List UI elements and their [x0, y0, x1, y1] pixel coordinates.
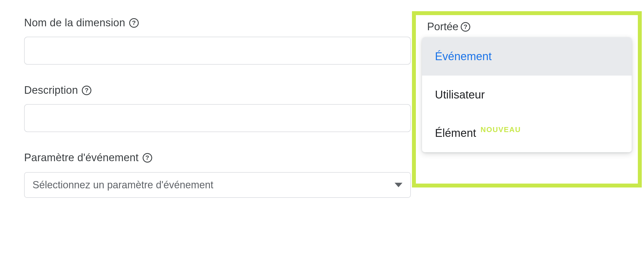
event-parameter-label: Paramètre d'événement [24, 152, 139, 164]
description-field: Description ? [24, 84, 411, 132]
scope-highlight-box: Portée ? Événement Utilisateur Élément N… [412, 11, 642, 187]
dimension-name-field: Nom de la dimension ? [24, 17, 411, 65]
dimension-name-label: Nom de la dimension [24, 17, 125, 29]
scope-dropdown: Événement Utilisateur Élément NOUVEAU [422, 37, 632, 152]
event-parameter-label-row: Paramètre d'événement ? [24, 152, 411, 164]
help-icon[interactable]: ? [461, 22, 470, 32]
help-icon[interactable]: ? [129, 18, 139, 28]
form-column: Nom de la dimension ? Description ? Para… [24, 17, 411, 198]
scope-option-label: Événement [435, 50, 492, 63]
event-parameter-select[interactable]: Sélectionnez un paramètre d'événement [24, 172, 411, 198]
scope-option-event[interactable]: Événement [422, 37, 632, 76]
help-icon[interactable]: ? [82, 86, 91, 95]
chevron-down-icon [395, 183, 402, 187]
scope-label: Portée [427, 21, 458, 33]
description-input[interactable] [24, 104, 411, 132]
description-label-row: Description ? [24, 84, 411, 96]
dimension-name-label-row: Nom de la dimension ? [24, 17, 411, 29]
help-icon[interactable]: ? [143, 153, 152, 163]
scope-option-label: Utilisateur [435, 88, 485, 101]
new-badge: NOUVEAU [481, 125, 521, 134]
scope-option-element[interactable]: Élément NOUVEAU [422, 114, 632, 152]
scope-option-label: Élément [435, 127, 476, 139]
description-label: Description [24, 84, 78, 96]
scope-option-user[interactable]: Utilisateur [422, 76, 632, 114]
scope-label-row: Portée ? [416, 21, 638, 33]
event-parameter-field: Paramètre d'événement ? Sélectionnez un … [24, 152, 411, 198]
event-parameter-placeholder: Sélectionnez un paramètre d'événement [33, 179, 213, 191]
dimension-name-input[interactable] [24, 37, 411, 65]
